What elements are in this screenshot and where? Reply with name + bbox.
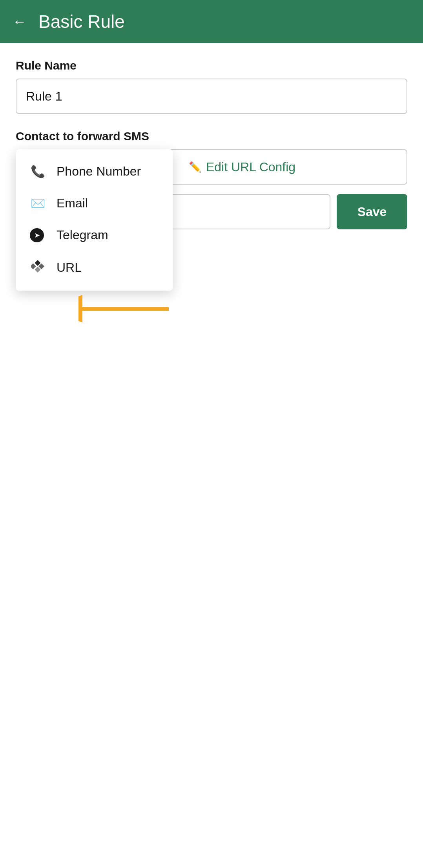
menu-telegram-label: Telegram	[57, 228, 108, 242]
menu-phone-label: Phone Number	[57, 164, 141, 179]
arrow-annotation	[78, 289, 173, 326]
email-icon: ✉️	[30, 196, 46, 210]
svg-rect-5	[35, 267, 40, 273]
page-content: Rule Name Contact to forward SMS ▾ ✏	[0, 43, 423, 868]
menu-email-label: Email	[57, 196, 88, 211]
pencil-icon: ✏️	[189, 161, 201, 173]
back-button[interactable]: ←	[13, 15, 27, 29]
menu-item-phone[interactable]: 📞 Phone Number	[16, 156, 173, 187]
rule-name-input[interactable]	[16, 79, 407, 114]
page-title: Basic Rule	[38, 11, 125, 32]
contact-type-menu: 📞 Phone Number ✉️ Email ➤ Telegram URL	[16, 149, 173, 291]
svg-rect-7	[38, 264, 44, 269]
menu-url-label: URL	[57, 260, 82, 275]
save-button[interactable]: Save	[337, 194, 407, 229]
telegram-icon: ➤	[30, 228, 46, 242]
edit-url-label: Edit URL Config	[206, 160, 295, 174]
svg-rect-4	[35, 260, 40, 266]
svg-rect-6	[31, 264, 36, 269]
url-diamond-icon	[30, 260, 46, 276]
rule-name-label: Rule Name	[16, 59, 407, 72]
menu-item-email[interactable]: ✉️ Email	[16, 187, 173, 219]
app-header: ← Basic Rule	[0, 0, 423, 43]
menu-item-telegram[interactable]: ➤ Telegram	[16, 219, 173, 251]
menu-item-url[interactable]: URL	[16, 251, 173, 284]
phone-icon: 📞	[30, 165, 46, 178]
contact-label: Contact to forward SMS	[16, 130, 407, 143]
